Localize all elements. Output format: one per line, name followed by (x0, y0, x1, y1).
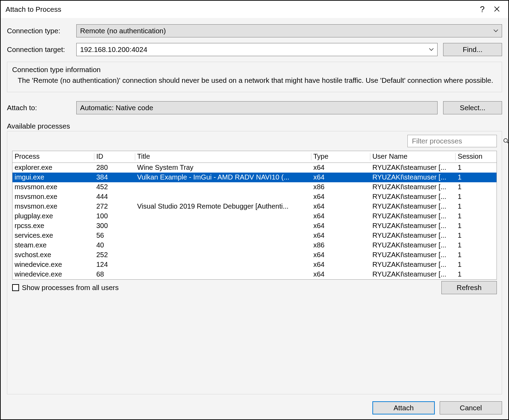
cell-type: x86 (311, 182, 370, 192)
svg-line-3 (507, 142, 509, 143)
find-button[interactable]: Find... (443, 43, 502, 56)
select-button[interactable]: Select... (443, 101, 502, 114)
show-all-users-label: Show processes from all users (22, 283, 119, 292)
cell-id: 68 (94, 270, 135, 279)
cell-title: Wine System Tray (135, 163, 311, 173)
cell-title (135, 192, 311, 202)
col-user[interactable]: User Name (370, 151, 456, 163)
help-icon[interactable]: ? (475, 5, 490, 14)
col-session[interactable]: Session (456, 151, 497, 163)
cell-id: 444 (94, 192, 135, 202)
table-row[interactable]: svchost.exe252x64RYUZAKI\steamuser [...1 (12, 250, 497, 260)
cell-type: x64 (311, 202, 370, 211)
cancel-button[interactable]: Cancel (440, 401, 502, 414)
cell-type: x64 (311, 270, 370, 279)
table-row[interactable]: steam.exe40x86RYUZAKI\steamuser [...1 (12, 240, 497, 250)
cell-process: winedevice.exe (12, 270, 94, 279)
attach-to-value: Automatic: Native code (76, 101, 438, 114)
table-row[interactable]: rpcss.exe300x64RYUZAKI\steamuser [...1 (12, 221, 497, 231)
attach-to-label: Attach to: (7, 104, 76, 112)
chevron-down-icon (429, 48, 434, 51)
col-type[interactable]: Type (311, 151, 370, 163)
cell-user: RYUZAKI\steamuser [... (370, 240, 456, 250)
cell-id: 252 (94, 250, 135, 260)
col-title[interactable]: Title (135, 151, 311, 163)
cell-type: x64 (311, 173, 370, 182)
table-row[interactable]: msvsmon.exe444x64RYUZAKI\steamuser [...1 (12, 192, 497, 202)
table-row[interactable]: imgui.exe384Vulkan Example - ImGui - AMD… (12, 173, 497, 182)
cell-session: 1 (456, 270, 497, 279)
titlebar: Attach to Process ? (1, 1, 508, 18)
connection-target-value: 192.168.10.200:4024 (80, 45, 147, 54)
connection-target-label: Connection target: (7, 45, 76, 54)
filter-input[interactable] (412, 137, 501, 145)
cell-type: x64 (311, 211, 370, 221)
cell-id: 384 (94, 173, 135, 182)
cell-id: 100 (94, 211, 135, 221)
cell-id: 452 (94, 182, 135, 192)
available-processes-label: Available processes (7, 122, 502, 130)
connection-target-combo[interactable]: 192.168.10.200:4024 (76, 43, 438, 56)
cell-user: RYUZAKI\steamuser [... (370, 202, 456, 211)
cell-title (135, 221, 311, 231)
cell-user: RYUZAKI\steamuser [... (370, 231, 456, 240)
cell-id: 280 (94, 163, 135, 173)
cell-user: RYUZAKI\steamuser [... (370, 182, 456, 192)
col-process[interactable]: Process (12, 151, 94, 163)
filter-processes-input[interactable] (407, 135, 497, 147)
cell-title (135, 211, 311, 221)
cell-process: msvsmon.exe (12, 192, 94, 202)
close-icon[interactable] (490, 6, 504, 14)
cell-type: x64 (311, 260, 370, 270)
show-all-users-checkbox[interactable] (12, 284, 19, 291)
cell-session: 1 (456, 250, 497, 260)
cell-title: Visual Studio 2019 Remote Debugger [Auth… (135, 202, 311, 211)
table-row[interactable]: msvsmon.exe272Visual Studio 2019 Remote … (12, 202, 497, 211)
cell-user: RYUZAKI\steamuser [... (370, 270, 456, 279)
connection-type-combo[interactable]: Remote (no authentication) (76, 24, 502, 37)
cell-type: x86 (311, 240, 370, 250)
cell-title (135, 240, 311, 250)
cell-user: RYUZAKI\steamuser [... (370, 260, 456, 270)
cell-id: 300 (94, 221, 135, 231)
cell-id: 124 (94, 260, 135, 270)
table-row[interactable]: winedevice.exe124x64RYUZAKI\steamuser [.… (12, 260, 497, 270)
cell-process: explorer.exe (12, 163, 94, 173)
connection-info-group: Connection type information The 'Remote … (7, 62, 502, 92)
col-id[interactable]: ID (94, 151, 135, 163)
cell-type: x64 (311, 250, 370, 260)
cell-process: msvsmon.exe (12, 202, 94, 211)
connection-info-title: Connection type information (12, 65, 496, 74)
process-table[interactable]: Process ID Title Type User Name Session … (12, 151, 497, 280)
cell-user: RYUZAKI\steamuser [... (370, 211, 456, 221)
refresh-button[interactable]: Refresh (441, 281, 497, 294)
connection-info-text: The 'Remote (no authentication)' connect… (13, 75, 496, 86)
cell-process: plugplay.exe (12, 211, 94, 221)
search-icon[interactable] (503, 138, 509, 145)
table-row[interactable]: services.exe56x64RYUZAKI\steamuser [...1 (12, 231, 497, 240)
available-processes-group: Process ID Title Type User Name Session … (7, 131, 502, 394)
cell-session: 1 (456, 240, 497, 250)
table-header-row[interactable]: Process ID Title Type User Name Session (12, 151, 497, 163)
cell-user: RYUZAKI\steamuser [... (370, 221, 456, 231)
cell-session: 1 (456, 221, 497, 231)
cell-type: x64 (311, 221, 370, 231)
cell-type: x64 (311, 231, 370, 240)
cell-title (135, 182, 311, 192)
cell-type: x64 (311, 192, 370, 202)
attach-button[interactable]: Attach (372, 401, 435, 414)
window-title: Attach to Process (6, 5, 61, 14)
cell-session: 1 (456, 211, 497, 221)
table-row[interactable]: explorer.exe280Wine System Trayx64RYUZAK… (12, 163, 497, 173)
table-row[interactable]: winedevice.exe68x64RYUZAKI\steamuser [..… (12, 270, 497, 279)
table-row[interactable]: msvsmon.exe452x86RYUZAKI\steamuser [...1 (12, 182, 497, 192)
cell-id: 56 (94, 231, 135, 240)
table-row[interactable]: plugplay.exe100x64RYUZAKI\steamuser [...… (12, 211, 497, 221)
cell-process: rpcss.exe (12, 221, 94, 231)
cell-title (135, 231, 311, 240)
connection-type-label: Connection type: (7, 27, 76, 35)
cell-session: 1 (456, 231, 497, 240)
cell-title (135, 270, 311, 279)
cell-process: steam.exe (12, 240, 94, 250)
cell-process: services.exe (12, 231, 94, 240)
